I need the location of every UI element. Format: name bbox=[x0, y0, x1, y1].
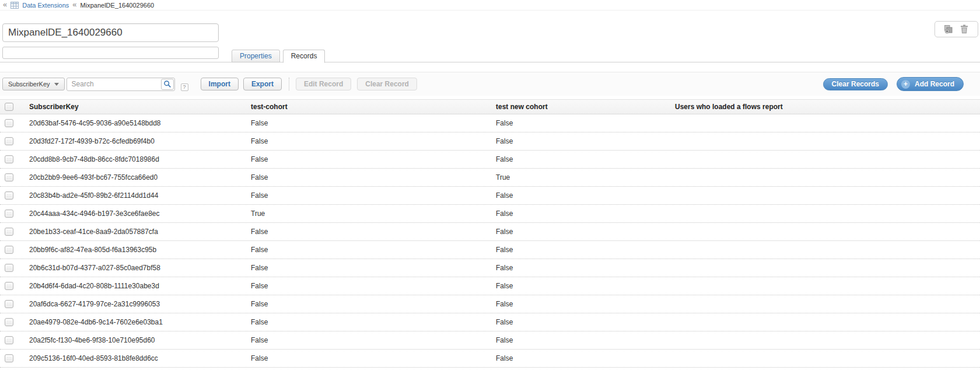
table-row[interactable]: 20bb9f6c-af82-47ea-805d-f6a13963c95b Fal… bbox=[0, 241, 980, 259]
cell-test-new-cohort: False bbox=[490, 336, 669, 344]
cell-test-cohort: False bbox=[245, 191, 490, 200]
cell-subscriber-key: 20b4d6f4-6dad-4c20-808b-1111e30abe3d bbox=[23, 282, 245, 290]
select-all-checkbox[interactable] bbox=[5, 103, 13, 111]
table-row[interactable]: 20c83b4b-ad2e-45f0-89b2-6f2114dd1d44 Fal… bbox=[0, 187, 980, 205]
export-button[interactable]: Export bbox=[243, 78, 282, 90]
column-header-test-new-cohort[interactable]: test new cohort bbox=[490, 103, 669, 111]
table-row[interactable]: 20d63baf-5476-4c95-9036-a90e5148bdd8 Fal… bbox=[0, 114, 980, 132]
toolbar-separator bbox=[289, 78, 289, 90]
table-row[interactable]: 20b4d6f4-6dad-4c20-808b-1111e30abe3d Fal… bbox=[0, 277, 980, 295]
cell-test-new-cohort: False bbox=[490, 228, 669, 236]
cell-subscriber-key: 20d63baf-5476-4c95-9036-a90e5148bdd8 bbox=[23, 119, 245, 127]
cell-test-cohort: False bbox=[245, 318, 490, 326]
data-extension-name-field[interactable] bbox=[2, 23, 219, 42]
search-field-dropdown[interactable]: SubscriberKey bbox=[2, 78, 65, 90]
cell-subscriber-key: 20be1b33-ceaf-41ce-8aa9-2da057887cfa bbox=[23, 228, 245, 236]
table-header-row: SubscriberKey test-cohort test new cohor… bbox=[0, 99, 980, 114]
cell-test-new-cohort: False bbox=[490, 155, 669, 163]
row-checkbox[interactable] bbox=[5, 336, 13, 344]
table-row[interactable]: 20d3fd27-172f-4939-b72c-6cfedb69f4b0 Fal… bbox=[0, 132, 980, 151]
table-row[interactable]: 20cdd8b8-9cb7-48db-86cc-8fdc7018986d Fal… bbox=[0, 151, 980, 169]
cell-subscriber-key: 20d3fd27-172f-4939-b72c-6cfedb69f4b0 bbox=[23, 137, 245, 145]
cell-test-new-cohort: False bbox=[490, 354, 669, 362]
data-extension-records-page: « Data Extensions « MixpanelDE_164002966… bbox=[0, 0, 980, 391]
table-row[interactable]: 20c44aaa-434c-4946-b197-3e3ce6fae8ec Tru… bbox=[0, 205, 980, 223]
cell-test-cohort: False bbox=[245, 354, 490, 362]
row-checkbox[interactable] bbox=[5, 300, 13, 308]
header-actions-group bbox=[935, 21, 978, 37]
row-checkbox[interactable] bbox=[5, 354, 13, 362]
row-checkbox[interactable] bbox=[5, 191, 13, 200]
cell-test-new-cohort: False bbox=[490, 300, 669, 308]
table-body: 20d63baf-5476-4c95-9036-a90e5148bdd8 Fal… bbox=[0, 114, 980, 368]
row-checkbox[interactable] bbox=[5, 246, 13, 254]
cell-subscriber-key: 20c83b4b-ad2e-45f0-89b2-6f2114dd1d44 bbox=[23, 191, 245, 200]
chevron-down-icon bbox=[54, 83, 59, 86]
search-area bbox=[66, 78, 175, 91]
delete-data-extension-icon[interactable] bbox=[959, 25, 970, 34]
column-header-subscriber-key[interactable]: SubscriberKey bbox=[23, 103, 245, 111]
tab-records[interactable]: Records bbox=[283, 50, 326, 63]
records-table: SubscriberKey test-cohort test new cohor… bbox=[0, 99, 980, 368]
cell-test-new-cohort: False bbox=[490, 264, 669, 272]
table-row[interactable]: 20ae4979-082e-4db6-9c14-7602e6e03ba1 Fal… bbox=[0, 313, 980, 331]
table-row[interactable]: 20b6c31d-b07d-4377-a027-85c0aed7bf58 Fal… bbox=[0, 259, 980, 277]
data-extension-grid-icon bbox=[10, 2, 19, 9]
cell-test-cohort: False bbox=[245, 246, 490, 254]
search-field-dropdown-value: SubscriberKey bbox=[8, 81, 50, 88]
row-checkbox[interactable] bbox=[5, 228, 13, 236]
data-extension-description-field[interactable] bbox=[2, 47, 219, 59]
row-checkbox[interactable] bbox=[5, 155, 13, 163]
row-checkbox[interactable] bbox=[5, 264, 13, 272]
column-header-test-cohort[interactable]: test-cohort bbox=[245, 103, 490, 111]
tab-divider bbox=[0, 62, 980, 62]
toolbar-left-group: SubscriberKey ? Import Export Edit Recor… bbox=[2, 78, 417, 91]
cell-subscriber-key: 20bb9f6c-af82-47ea-805d-f6a13963c95b bbox=[23, 246, 245, 254]
cell-subscriber-key: 20a2f5fc-f130-4be6-9f38-10e710e95d60 bbox=[23, 336, 245, 344]
table-row[interactable]: 20a2f5fc-f130-4be6-9f38-10e710e95d60 Fal… bbox=[0, 331, 980, 350]
import-button[interactable]: Import bbox=[201, 78, 239, 90]
cell-test-cohort: False bbox=[245, 119, 490, 127]
search-icon[interactable] bbox=[161, 79, 174, 90]
cell-test-cohort: False bbox=[245, 173, 490, 181]
add-record-label: Add Record bbox=[915, 80, 954, 88]
clear-records-button[interactable]: Clear Records bbox=[823, 78, 888, 90]
back-chevron-icon[interactable]: « bbox=[3, 1, 7, 8]
search-input[interactable] bbox=[66, 78, 175, 91]
table-row[interactable]: 20be1b33-ceaf-41ce-8aa9-2da057887cfa Fal… bbox=[0, 223, 980, 241]
cell-test-cohort: False bbox=[245, 228, 490, 236]
records-toolbar: SubscriberKey ? Import Export Edit Recor… bbox=[0, 72, 980, 96]
cell-test-new-cohort: False bbox=[490, 282, 669, 290]
row-checkbox[interactable] bbox=[5, 119, 13, 127]
breadcrumb-link-data-extensions[interactable]: Data Extensions bbox=[22, 2, 69, 9]
breadcrumb-separator-icon: « bbox=[72, 1, 76, 8]
cell-test-new-cohort: False bbox=[490, 119, 669, 127]
cell-test-cohort: False bbox=[245, 155, 490, 163]
table-row[interactable]: 20cb2bb9-9ee6-493f-bc67-755fcca66ed0 Fal… bbox=[0, 169, 980, 187]
cell-subscriber-key: 20cdd8b8-9cb7-48db-86cc-8fdc7018986d bbox=[23, 155, 245, 163]
cell-subscriber-key: 20af6dca-6627-4179-97ce-2a31c9996053 bbox=[23, 300, 245, 308]
cell-test-cohort: False bbox=[245, 137, 490, 145]
row-checkbox[interactable] bbox=[5, 173, 13, 181]
row-checkbox[interactable] bbox=[5, 318, 13, 326]
cell-subscriber-key: 20b6c31d-b07d-4377-a027-85c0aed7bf58 bbox=[23, 264, 245, 272]
table-row[interactable]: 209c5136-16f0-40ed-8593-81b8fe8dd6cc Fal… bbox=[0, 350, 980, 368]
cell-test-new-cohort: False bbox=[490, 191, 669, 200]
row-checkbox[interactable] bbox=[5, 137, 13, 145]
column-header-users-flows-report[interactable]: Users who loaded a flows report bbox=[669, 103, 980, 111]
tab-properties[interactable]: Properties bbox=[232, 50, 280, 62]
row-checkbox[interactable] bbox=[5, 210, 13, 218]
breadcrumb-current-page: MixpanelDE_1640029660 bbox=[80, 2, 155, 9]
cell-test-cohort: False bbox=[245, 336, 490, 344]
cell-test-new-cohort: False bbox=[490, 246, 669, 254]
breadcrumb: « Data Extensions « MixpanelDE_164002966… bbox=[0, 0, 980, 11]
add-record-button[interactable]: + Add Record bbox=[897, 77, 964, 91]
row-checkbox[interactable] bbox=[5, 282, 13, 290]
cell-test-cohort: False bbox=[245, 300, 490, 308]
clear-record-button: Clear Record bbox=[357, 78, 417, 90]
table-row[interactable]: 20af6dca-6627-4179-97ce-2a31c9996053 Fal… bbox=[0, 295, 980, 313]
tab-bar: Properties Records bbox=[232, 50, 325, 63]
cell-test-new-cohort: False bbox=[490, 210, 669, 218]
copy-data-extension-icon[interactable] bbox=[943, 25, 954, 34]
help-icon[interactable]: ? bbox=[181, 83, 188, 91]
